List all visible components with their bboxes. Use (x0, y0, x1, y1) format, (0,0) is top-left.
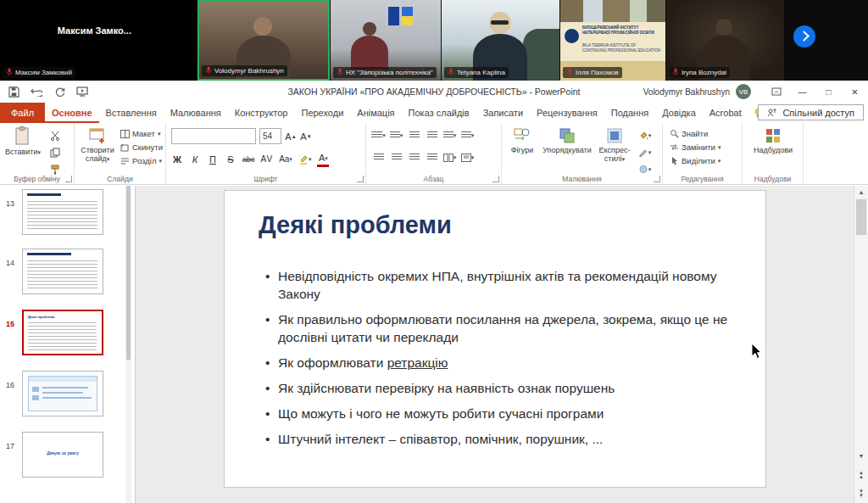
next-slide-button[interactable]: ▼▼ (854, 487, 868, 500)
paste-button[interactable]: Вставити (5, 126, 41, 157)
text-direction-button[interactable] (460, 129, 475, 142)
scroll-down-button[interactable]: ▼ (854, 450, 868, 462)
strikethrough-button[interactable]: S (225, 153, 236, 166)
line-spacing-button[interactable] (442, 129, 457, 142)
dialog-launcher-icon[interactable] (65, 176, 72, 182)
shape-outline-button[interactable] (637, 146, 652, 159)
bullet-item[interactable]: Невідповідність окремих НПА, внутрішніх … (264, 267, 732, 303)
layout-button[interactable]: Макет (120, 129, 163, 138)
minimize-button[interactable]: — (789, 81, 815, 103)
thumbnail-scrollbar-thumb[interactable] (126, 186, 131, 360)
bullet-item[interactable]: Як правильно оформлювати посилання на дж… (264, 310, 732, 346)
arrange-button[interactable]: Упорядкувати (541, 126, 593, 155)
font-color-button[interactable]: А (317, 151, 329, 167)
bullet-item[interactable]: Як здійснювати перевірку на наявність оз… (264, 379, 732, 397)
italic-button[interactable]: К (189, 153, 201, 166)
bullet-item[interactable]: Як оформлювати ретракцію (264, 354, 732, 372)
grow-font-button[interactable]: А▲ (285, 130, 297, 143)
participant-tile-banner[interactable]: БІЛОЦЕРКІВСЬКИЙ ІНСТИТУТ НЕПЕРЕРВНОЇ ПРО… (560, 0, 665, 81)
group-label: Абзац (366, 175, 501, 183)
tab-acrobat[interactable]: Acrobat (703, 103, 748, 123)
start-slideshow-button[interactable] (75, 85, 89, 98)
tab-file[interactable]: Файл (0, 103, 45, 123)
account-avatar[interactable]: VB (736, 84, 751, 99)
addins-button[interactable]: Надбудови (752, 126, 794, 155)
slide-thumbnail-16[interactable] (22, 371, 103, 416)
reset-button[interactable]: Скинути (120, 143, 163, 152)
underline-button[interactable]: П (207, 153, 219, 166)
shape-fill-button[interactable] (637, 129, 652, 142)
cut-button[interactable] (47, 129, 62, 142)
align-left-button[interactable] (371, 151, 386, 164)
format-painter-button[interactable] (47, 163, 62, 176)
ribbon-display-options-button[interactable] (763, 81, 789, 103)
next-participants-button[interactable] (793, 25, 815, 48)
find-button[interactable]: Знайти (670, 129, 721, 138)
tab-insert[interactable]: Вставлення (99, 103, 164, 123)
thumbnail-panel-scrollbar[interactable] (125, 186, 131, 503)
shapes-button[interactable]: Фігури (505, 126, 539, 155)
bold-button[interactable]: Ж (171, 153, 183, 166)
new-slide-button[interactable]: Створити слайд (76, 126, 119, 164)
tab-animations[interactable]: Анімація (350, 103, 401, 123)
quick-styles-button[interactable]: Експрес-стилі (595, 126, 634, 164)
align-right-button[interactable] (407, 151, 421, 164)
undo-button[interactable] (30, 85, 43, 98)
slide-body-text[interactable]: Невідповідність окремих НПА, внутрішніх … (264, 267, 732, 455)
tab-draw[interactable]: Малювання (164, 103, 228, 123)
redo-button[interactable] (53, 85, 66, 98)
replace-button[interactable]: Замінити (670, 143, 721, 152)
shrink-font-button[interactable]: А▼ (300, 130, 312, 143)
increase-indent-button[interactable] (425, 129, 439, 142)
copy-button[interactable] (47, 146, 62, 159)
slide-thumbnail-17[interactable]: Дякую за увагу (22, 432, 103, 478)
justify-button[interactable] (425, 151, 439, 164)
columns-button[interactable] (442, 151, 457, 164)
font-size-combobox[interactable] (259, 128, 281, 144)
scrollbar-thumb[interactable] (856, 199, 866, 235)
tab-transitions[interactable]: Переходи (294, 103, 350, 123)
dialog-launcher-icon[interactable] (357, 176, 364, 182)
align-center-button[interactable] (389, 151, 403, 164)
select-button[interactable]: Виділити (670, 156, 721, 165)
trees (523, 29, 559, 81)
shape-effects-button[interactable] (637, 163, 652, 176)
tab-home[interactable]: Основне (45, 103, 99, 123)
highlight-color-button[interactable] (298, 153, 312, 166)
bullet-item[interactable]: Штучний інтелект – співавтор, помічник, … (264, 430, 732, 448)
dialog-launcher-icon[interactable] (654, 176, 660, 182)
participant-tile[interactable]: НХ "Запорізька політехніка" (331, 0, 441, 81)
align-text-button[interactable] (460, 151, 475, 164)
scroll-up-button[interactable]: ▲ (854, 186, 868, 198)
tab-help[interactable]: Довідка (655, 103, 703, 123)
slide-thumbnail-15-selected[interactable]: Деякі проблеми (22, 310, 103, 355)
tab-view[interactable]: Подання (604, 103, 655, 123)
tab-review[interactable]: Рецензування (530, 103, 604, 123)
tab-record[interactable]: Записати (476, 103, 530, 123)
current-slide[interactable]: Деякі проблеми Невідповідність окремих Н… (225, 191, 765, 487)
close-button[interactable]: ✕ (842, 81, 868, 103)
decrease-indent-button[interactable] (407, 129, 421, 142)
clear-formatting-button[interactable]: abc (242, 153, 255, 166)
change-case-button[interactable]: Aa (279, 153, 292, 166)
slide-thumbnail-13[interactable] (22, 189, 103, 235)
participant-tile[interactable]: Iryna Boznydai (666, 0, 784, 81)
previous-slide-button[interactable]: ▲▲ (854, 468, 868, 481)
font-name-combobox[interactable] (171, 128, 256, 144)
participant-tile[interactable]: Tetyana Kaplina (442, 0, 559, 81)
section-button[interactable]: Розділ (120, 156, 163, 165)
tab-slideshow[interactable]: Показ слайдів (402, 103, 476, 123)
share-button[interactable]: Спільний доступ (758, 104, 864, 120)
bullet-item[interactable]: Що можуть і чого не можуть робити сучасн… (264, 405, 732, 422)
bullets-button[interactable] (371, 129, 386, 142)
participant-tile-active-speaker[interactable]: Volodymyr Bakhrushyn (198, 0, 330, 81)
numbering-button[interactable] (389, 129, 403, 142)
participant-tile-camera-off[interactable]: Максим Замко... Максим Замковий (0, 0, 197, 81)
maximize-button[interactable]: □ (815, 81, 842, 103)
character-spacing-button[interactable]: AV (261, 153, 274, 166)
save-button[interactable] (7, 85, 20, 98)
slide-thumbnail-14[interactable] (22, 249, 103, 294)
dialog-launcher-icon[interactable] (492, 176, 499, 182)
tab-design[interactable]: Конструктор (228, 103, 295, 123)
slide-title[interactable]: Деякі проблеми (259, 211, 452, 239)
